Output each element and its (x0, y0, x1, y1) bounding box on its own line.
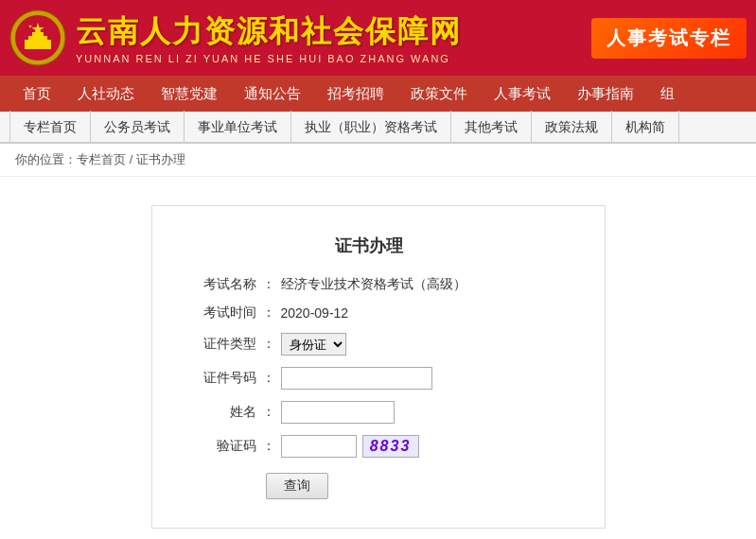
captcha-image: 8833 (362, 435, 419, 458)
form-card: 证书办理 考试名称 ： 经济专业技术资格考试（高级） 考试时间 ： 2020-0… (151, 205, 606, 529)
nav2-column-home[interactable]: 专栏首页 (9, 111, 91, 143)
breadcrumb-current: 证书办理 (136, 152, 185, 166)
cert-code-input[interactable] (281, 367, 432, 390)
name-row: 姓名 ： (181, 401, 557, 424)
exam-time-value: 2020-09-12 (281, 305, 349, 321)
nav2-civil-exam[interactable]: 公务员考试 (91, 111, 185, 143)
exam-time-label: 考试时间 (181, 304, 256, 322)
main-content: 证书办理 考试名称 ： 经济专业技术资格考试（高级） 考试时间 ： 2020-0… (0, 177, 756, 539)
name-input[interactable] (281, 401, 395, 424)
nav2-professional-exam[interactable]: 执业（职业）资格考试 (291, 111, 451, 143)
exam-name-label: 考试名称 (181, 276, 256, 293)
svg-rect-4 (32, 32, 44, 37)
nav1-renshdongtai[interactable]: 人社动态 (64, 76, 148, 112)
exam-name-value: 经济专业技术资格考试（高级） (281, 276, 466, 293)
national-emblem (9, 9, 66, 66)
nav1-more[interactable]: 组 (647, 76, 688, 112)
breadcrumb-home[interactable]: 专栏首页 (77, 152, 126, 166)
nav2-institution-exam[interactable]: 事业单位考试 (185, 111, 291, 143)
exam-name-row: 考试名称 ： 经济专业技术资格考试（高级） (181, 276, 557, 293)
nav1-zhihuijianzheng[interactable]: 智慧党建 (148, 76, 231, 112)
captcha-row: 验证码 ： 8833 (181, 435, 557, 458)
breadcrumb: 你的位置：专栏首页 / 证书办理 (0, 144, 756, 177)
nav1-banshi[interactable]: 办事指南 (564, 76, 647, 112)
query-button-row: 查询 (181, 469, 557, 499)
nav1-tongzhi[interactable]: 通知公告 (231, 76, 314, 112)
nav2-institution[interactable]: 机构简 (612, 111, 679, 143)
captcha-label: 验证码 (181, 438, 256, 455)
nav1-zhaokao[interactable]: 招考招聘 (314, 76, 397, 112)
nav1-renshikaoishi[interactable]: 人事考试 (481, 76, 564, 112)
nav1-zhengce[interactable]: 政策文件 (397, 76, 481, 112)
header: 云南人力资源和社会保障网 YUNNAN REN LI ZI YUAN HE SH… (0, 0, 756, 76)
main-nav: 首页 人社动态 智慧党建 通知公告 招考招聘 政策文件 人事考试 办事指南 组 (0, 76, 756, 112)
nav1-home[interactable]: 首页 (9, 76, 64, 112)
captcha-input[interactable] (281, 435, 357, 458)
cert-type-row: 证件类型 ： 身份证 (181, 333, 557, 356)
name-label: 姓名 (181, 404, 256, 421)
captcha-area: 8833 (281, 435, 419, 458)
header-badge: 人事考试专栏 (591, 18, 747, 59)
svg-rect-2 (25, 40, 51, 49)
form-title: 证书办理 (181, 235, 557, 257)
nav2-policy[interactable]: 政策法规 (532, 111, 612, 143)
query-button[interactable]: 查询 (266, 473, 328, 499)
header-logo: 云南人力资源和社会保障网 YUNNAN REN LI ZI YUAN HE SH… (9, 9, 591, 66)
cert-type-label: 证件类型 (181, 336, 256, 353)
site-title: 云南人力资源和社会保障网 (76, 11, 462, 53)
exam-time-row: 考试时间 ： 2020-09-12 (181, 304, 557, 322)
header-title-block: 云南人力资源和社会保障网 YUNNAN REN LI ZI YUAN HE SH… (76, 11, 462, 64)
cert-code-row: 证件号码 ： (181, 367, 557, 390)
cert-type-select[interactable]: 身份证 (281, 333, 346, 356)
cert-code-label: 证件号码 (181, 370, 256, 387)
site-subtitle: YUNNAN REN LI ZI YUAN HE SHE HUI BAO ZHA… (76, 53, 462, 64)
sub-nav: 专栏首页 公务员考试 事业单位考试 执业（职业）资格考试 其他考试 政策法规 机… (0, 112, 756, 144)
breadcrumb-separator: / (130, 152, 136, 166)
nav2-other-exam[interactable]: 其他考试 (451, 111, 532, 143)
